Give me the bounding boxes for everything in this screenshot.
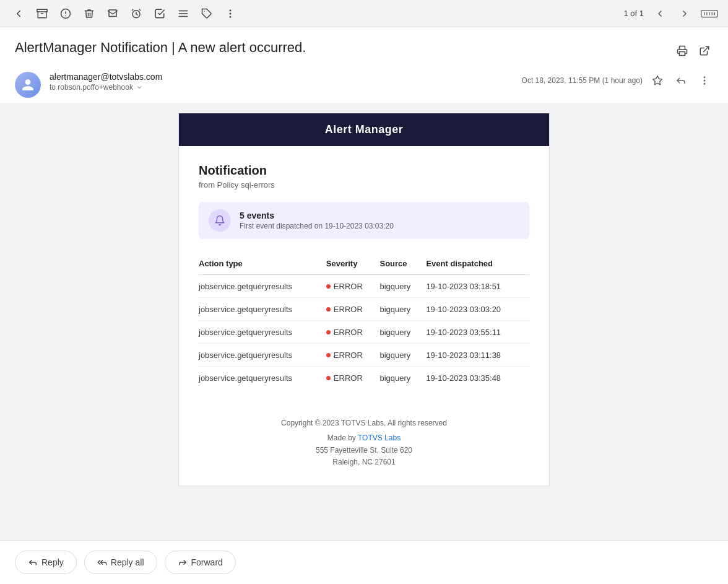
reply-all-button[interactable]: Reply all <box>84 551 157 574</box>
reply-button[interactable]: Reply <box>15 551 77 574</box>
severity-cell: ERROR <box>326 298 380 321</box>
alert-table: Action type Severity Source Event dispat… <box>199 254 529 389</box>
sender-name: alertmanager@totvslabs.com <box>50 72 513 82</box>
alert-header-bar: Alert Manager <box>179 113 549 146</box>
email-container: AlertManager Notification | A new alert … <box>0 27 728 560</box>
totvs-labs-link[interactable]: TOTVS Labs <box>358 434 401 442</box>
bell-icon <box>209 209 231 232</box>
events-first: First event dispatched on 19-10-2023 03:… <box>240 222 394 230</box>
dispatched-cell: 19-10-2023 03:03:20 <box>426 298 529 321</box>
task-button[interactable] <box>151 5 168 22</box>
table-row: jobservice.getqueryresults ERROR bigquer… <box>199 275 529 298</box>
severity-cell: ERROR <box>326 275 380 298</box>
snooze-button[interactable] <box>128 5 145 22</box>
dispatched-cell: 19-10-2023 03:35:48 <box>426 367 529 390</box>
copyright-text: Copyright © 2023 TOTVS Labs, All rights … <box>199 419 529 427</box>
svg-rect-16 <box>680 52 685 56</box>
col-action-type: Action type <box>199 254 326 275</box>
keyboard-shortcuts-button[interactable] <box>701 5 718 22</box>
more-options-button[interactable] <box>222 5 239 22</box>
svg-point-9 <box>230 16 231 17</box>
made-by: Made by TOTVS Labs <box>199 434 529 442</box>
action-bar: Reply Reply all Forward <box>0 540 728 584</box>
notification-policy: from Policy sql-errors <box>199 180 529 190</box>
action-type-cell: jobservice.getqueryresults <box>199 298 326 321</box>
notification-content: Notification from Policy sql-errors 5 ev… <box>179 146 549 406</box>
next-email-button[interactable] <box>676 5 693 22</box>
address-line1: 555 Fayetteville St, Suite 620 <box>199 445 529 456</box>
svg-rect-0 <box>37 9 48 12</box>
delete-button[interactable] <box>80 5 98 22</box>
report-spam-button[interactable] <box>57 5 74 22</box>
email-toolbar: 1 of 1 <box>0 0 728 27</box>
severity-cell: ERROR <box>326 321 380 344</box>
table-row: jobservice.getqueryresults ERROR bigquer… <box>199 344 529 367</box>
back-button[interactable] <box>10 5 27 22</box>
sender-avatar <box>15 72 41 98</box>
svg-point-7 <box>230 10 231 11</box>
timestamp: Oct 18, 2023, 11:55 PM (1 hour ago) <box>522 76 643 85</box>
forward-button[interactable]: Forward <box>165 551 236 574</box>
alert-footer: Copyright © 2023 TOTVS Labs, All rights … <box>179 406 549 486</box>
address-line2: Raleigh, NC 27601 <box>199 456 529 468</box>
dispatched-cell: 19-10-2023 03:18:51 <box>426 275 529 298</box>
source-cell: bigquery <box>379 344 426 367</box>
sender-info: alertmanager@totvslabs.com to robson.pof… <box>50 72 513 92</box>
table-row: jobservice.getqueryresults ERROR bigquer… <box>199 367 529 390</box>
table-row: jobservice.getqueryresults ERROR bigquer… <box>199 298 529 321</box>
email-body: Alert Manager Notification from Policy s… <box>0 103 728 560</box>
svg-point-8 <box>230 13 231 14</box>
severity-cell: ERROR <box>326 344 380 367</box>
table-row: jobservice.getqueryresults ERROR bigquer… <box>199 321 529 344</box>
open-in-new-button[interactable] <box>696 42 713 59</box>
sender-to: to robson.poffo+webhook <box>50 83 513 92</box>
sender-meta: Oct 18, 2023, 11:55 PM (1 hour ago) <box>522 72 713 89</box>
col-event-dispatched: Event dispatched <box>426 254 529 275</box>
email-subject: AlertManager Notification | A new alert … <box>15 40 306 56</box>
print-button[interactable] <box>674 42 691 59</box>
action-type-cell: jobservice.getqueryresults <box>199 321 326 344</box>
source-cell: bigquery <box>379 321 426 344</box>
move-button[interactable] <box>175 5 192 22</box>
labels-button[interactable] <box>198 5 215 22</box>
mark-unread-button[interactable] <box>104 5 121 22</box>
dispatched-cell: 19-10-2023 03:55:11 <box>426 321 529 344</box>
svg-marker-18 <box>653 76 662 85</box>
svg-point-21 <box>704 84 705 85</box>
events-box: 5 events First event dispatched on 19-10… <box>199 202 529 239</box>
notification-title: Notification <box>199 163 529 178</box>
star-button[interactable] <box>649 72 666 89</box>
svg-point-19 <box>704 77 705 78</box>
reply-icon-button[interactable] <box>672 72 690 89</box>
events-info: 5 events First event dispatched on 19-10… <box>240 211 394 230</box>
svg-line-17 <box>704 46 709 51</box>
source-cell: bigquery <box>379 275 426 298</box>
source-cell: bigquery <box>379 298 426 321</box>
pagination: 1 of 1 <box>623 9 644 18</box>
alert-card: Alert Manager Notification from Policy s… <box>178 113 550 486</box>
archive-button[interactable] <box>33 5 51 22</box>
sender-row: alertmanager@totvslabs.com to robson.pof… <box>0 67 728 103</box>
events-count: 5 events <box>240 211 394 220</box>
source-cell: bigquery <box>379 367 426 390</box>
col-severity: Severity <box>326 254 380 275</box>
severity-cell: ERROR <box>326 367 380 390</box>
action-type-cell: jobservice.getqueryresults <box>199 275 326 298</box>
col-source: Source <box>379 254 426 275</box>
svg-point-20 <box>704 80 705 81</box>
action-type-cell: jobservice.getqueryresults <box>199 344 326 367</box>
email-header: AlertManager Notification | A new alert … <box>0 27 728 67</box>
prev-email-button[interactable] <box>651 5 669 22</box>
action-type-cell: jobservice.getqueryresults <box>199 367 326 390</box>
more-options-email-button[interactable] <box>696 72 713 89</box>
dispatched-cell: 19-10-2023 03:11:38 <box>426 344 529 367</box>
